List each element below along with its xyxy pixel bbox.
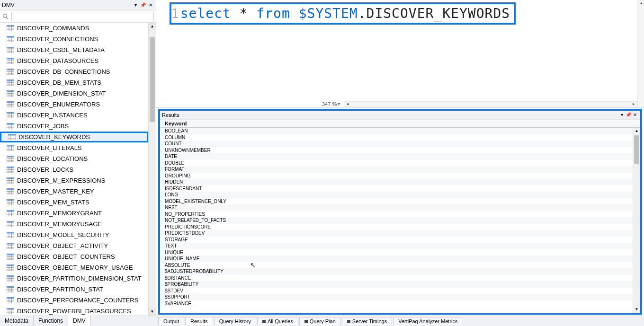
dmv-item-discover_commands[interactable]: DISCOVER_COMMANDS [0, 23, 148, 34]
keyword-cell: HIDDEN [165, 179, 183, 185]
dmv-item-discover_instances[interactable]: DISCOVER_INSTANCES [0, 110, 148, 121]
dmv-item-discover_datasources[interactable]: DISCOVER_DATASOURCES [0, 55, 148, 66]
dmv-item-discover_db_mem_stats[interactable]: DISCOVER_DB_MEM_STATS [0, 77, 148, 88]
table-row[interactable]: NOT_RELATED_TO_FACTS [160, 217, 633, 224]
table-row[interactable]: TEXT [160, 243, 633, 249]
dmv-item-discover_keywords[interactable]: DISCOVER_KEYWORDS [0, 132, 148, 142]
scroll-thumb[interactable] [150, 37, 155, 122]
table-row[interactable]: LONG [160, 192, 633, 198]
keyword-cell: $STDEV [165, 288, 183, 293]
query-editor[interactable]: 1 select * from $SYSTEM.DISCOVER_KEYWORD… [156, 0, 644, 108]
editor-hscrollbar[interactable]: ◂ ▸ [344, 101, 637, 107]
table-row[interactable]: COUNT [160, 141, 633, 147]
table-row[interactable]: BOOLEAN [160, 128, 633, 134]
hscroll-right-icon[interactable]: ▸ [630, 102, 637, 106]
table-row[interactable]: UNIQUE [160, 249, 633, 256]
table-row[interactable]: STORAGE [160, 237, 633, 243]
table-row[interactable]: $DISTANCE [160, 275, 633, 282]
dmv-item-discover_object_counters[interactable]: DISCOVER_OBJECT_COUNTERS [0, 251, 148, 262]
panel-pin-icon[interactable]: 📌 [140, 2, 146, 9]
table-row[interactable]: HIDDEN [160, 179, 633, 185]
dmv-item-discover_master_key[interactable]: DISCOVER_MASTER_KEY [0, 186, 148, 197]
left-tab-dmv[interactable]: DMV [68, 316, 91, 326]
table-row[interactable]: FORMAT [160, 166, 633, 173]
hscroll-left-icon[interactable]: ◂ [344, 102, 351, 106]
dmv-item-discover_partition_dimension_stat[interactable]: DISCOVER_PARTITION_DIMENSION_STAT [0, 273, 148, 284]
dmv-item-discover_literals[interactable]: DISCOVER_LITERALS [0, 142, 148, 153]
dmv-item-discover_connections[interactable]: DISCOVER_CONNECTIONS [0, 34, 148, 44]
table-row[interactable]: ABSOLUTE [160, 262, 633, 269]
table-row[interactable]: DATE [160, 153, 633, 160]
table-icon [7, 156, 14, 162]
dmv-item-discover_enumerators[interactable]: DISCOVER_ENUMERATORS [0, 99, 148, 110]
left-tab-metadata[interactable]: Metadata [0, 316, 34, 326]
dmv-item-discover_locks[interactable]: DISCOVER_LOCKS [0, 164, 148, 175]
bottom-tab-query-plan[interactable]: Query Plan [299, 317, 341, 325]
dmv-item-discover_partition_stat[interactable]: DISCOVER_PARTITION_STAT [0, 284, 148, 295]
bottom-tab-output[interactable]: Output [158, 317, 184, 325]
zoom-dropdown-icon[interactable]: ▾ [338, 101, 340, 106]
search-input[interactable] [11, 12, 154, 21]
results-dropdown-icon[interactable]: ▾ [618, 112, 625, 118]
bottom-tab-label: Output [163, 318, 179, 324]
bottom-tab-results[interactable]: Results [185, 317, 213, 325]
panel-close-icon[interactable]: ✕ [147, 2, 154, 9]
grid-scroll-thumb[interactable] [634, 135, 639, 164]
table-row[interactable]: NO_PROPERTIES [160, 211, 633, 218]
keyword-cell: PREDICTSTDDEV [165, 230, 205, 236]
tree-scrollbar[interactable]: ▲ ▼ [148, 23, 156, 316]
table-row[interactable]: UNIQUE_NAME [160, 256, 633, 262]
bottom-tab-query-history[interactable]: Query History [214, 317, 256, 325]
dmv-item-discover_dimension_stat[interactable]: DISCOVER_DIMENSION_STAT [0, 88, 148, 99]
bottom-tab-server-timings[interactable]: Server Timings [342, 317, 392, 325]
keyword-cell: ISDESCENDANT [165, 186, 202, 191]
grid-scroll-down-icon[interactable]: ▼ [633, 306, 640, 313]
table-icon [7, 25, 14, 32]
dmv-item-discover_m_expressions[interactable]: DISCOVER_M_EXPRESSIONS [0, 175, 148, 186]
left-tab-functions[interactable]: Functions [34, 316, 68, 326]
editor-scroll-up-icon[interactable]: ▴ [638, 0, 644, 7]
dmv-item-discover_object_activity[interactable]: DISCOVER_OBJECT_ACTIVITY [0, 240, 148, 251]
table-row[interactable]: $PROBABILITY [160, 281, 633, 288]
dmv-item-discover_memoryusage[interactable]: DISCOVER_MEMORYUSAGE [0, 219, 148, 229]
grid-scroll-up-icon[interactable]: ▲ [633, 128, 640, 134]
dmv-item-discover_powerbi_datasources[interactable]: DISCOVER_POWERBI_DATASOURCES [0, 306, 148, 316]
dmv-item-discover_memorygrant[interactable]: DISCOVER_MEMORYGRANT [0, 208, 148, 219]
table-row[interactable]: GROUPING [160, 173, 633, 179]
keyword-cell: BOOLEAN [165, 128, 188, 133]
table-row[interactable]: COLUMN [160, 134, 633, 141]
dmv-item-discover_db_connections[interactable]: DISCOVER_DB_CONNECTIONS [0, 66, 148, 77]
table-row[interactable]: PREDICTIONSCORE [160, 224, 633, 230]
table-row[interactable]: UNKNOWNMEMBER [160, 147, 633, 154]
dmv-item-discover_performance_counters[interactable]: DISCOVER_PERFORMANCE_COUNTERS [0, 295, 148, 306]
grid-scrollbar[interactable]: ▲ ▼ [633, 128, 640, 313]
svg-rect-92 [7, 156, 14, 157]
dmv-item-discover_jobs[interactable]: DISCOVER_JOBS [0, 121, 148, 132]
table-row[interactable]: PREDICTSTDDEV [160, 230, 633, 237]
dmv-item-discover_model_security[interactable]: DISCOVER_MODEL_SECURITY [0, 229, 148, 240]
editor-vscrollbar[interactable]: ▴ [637, 0, 644, 107]
dmv-item-discover_csdl_metadata[interactable]: DISCOVER_CSDL_METADATA [0, 44, 148, 55]
dmv-item-discover_mem_stats[interactable]: DISCOVER_MEM_STATS [0, 197, 148, 208]
table-row[interactable]: $SUPPORT [160, 294, 633, 300]
scroll-down-icon[interactable]: ▼ [149, 308, 156, 316]
results-pin-icon[interactable]: 📌 [625, 112, 632, 118]
table-row[interactable]: $VARIANCE [160, 300, 633, 307]
results-close-icon[interactable]: ✕ [632, 112, 638, 118]
column-header-keyword[interactable]: Keyword [160, 119, 640, 128]
dmv-item-discover_locations[interactable]: DISCOVER_LOCATIONS [0, 153, 148, 164]
table-row[interactable]: $ADJUSTEDPROBABILITY [160, 268, 633, 275]
table-row[interactable]: NEST [160, 204, 633, 211]
bottom-tab-all-queries[interactable]: All Queries [257, 317, 298, 325]
query-token: from [256, 6, 290, 21]
scroll-up-icon[interactable]: ▲ [149, 23, 156, 30]
table-row[interactable]: $STDEV [160, 288, 633, 294]
table-row[interactable]: ISDESCENDANT [160, 185, 633, 192]
table-row[interactable]: DOUBLE [160, 160, 633, 167]
bottom-tab-vertipaq-analyzer-metrics[interactable]: VertiPaq Analyzer Metrics [393, 317, 463, 325]
table-row[interactable]: MODEL_EXISTENCE_ONLY [160, 198, 633, 205]
dmv-tree: DISCOVER_COMMANDSDISCOVER_CONNECTIONSDIS… [0, 23, 156, 316]
query-token: select [180, 6, 231, 21]
panel-dropdown-icon[interactable]: ▾ [132, 2, 139, 9]
dmv-item-discover_object_memory_usage[interactable]: DISCOVER_OBJECT_MEMORY_USAGE [0, 262, 148, 273]
